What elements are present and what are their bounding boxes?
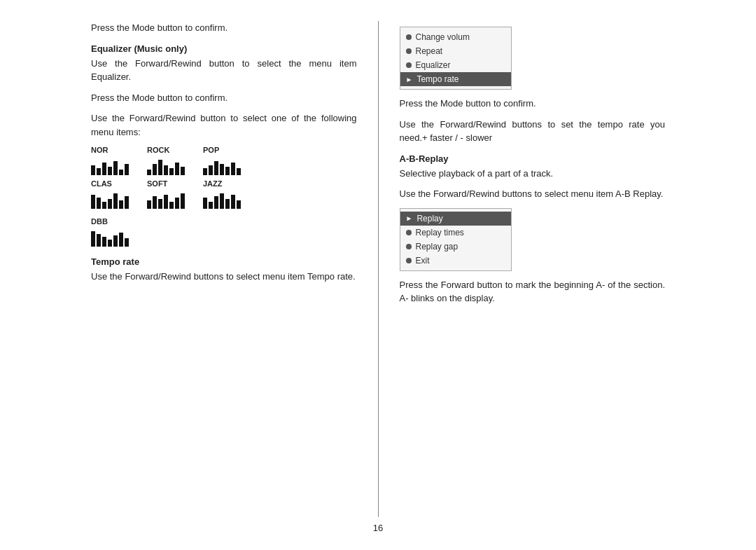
bar [125,196,129,209]
eq-label-jazz: JAZZ [203,179,223,188]
menu-item-tempo-rate: ► Tempo rate [400,72,511,86]
eq-item-soft: SOFT [147,179,196,209]
bar [214,196,218,209]
eq-bars-nor [91,156,129,175]
bar [125,164,129,175]
eq-desc1: Use the Forward/Rewind button to select … [91,57,357,84]
bar [214,161,218,175]
eq-heading: Equalizer (Music only) [91,43,357,54]
ab-replay-desc2: Use the Forward/Rewind buttons to select… [400,187,666,201]
bar [113,161,118,175]
bar [209,165,213,175]
forward-desc: Press the Forward button to mark the beg… [400,278,666,305]
bar [119,233,123,247]
eq-label-nor: NOR [91,146,108,154]
menu-item-label: Replay [416,214,442,224]
bar [91,231,95,247]
bar [91,165,95,175]
bar [175,198,179,209]
eq-item-clas: CLAS [91,179,140,209]
right-column: Change volum Repeat Equalizer ► Tempo ra… [379,21,666,517]
ab-replay-heading: A-B-Replay [400,153,666,164]
eq-item-jazz: JAZZ [203,179,252,209]
menu-item-equalizer: Equalizer [400,58,511,72]
bar [164,165,168,175]
bar [147,170,151,175]
bar [97,168,101,175]
bar [119,170,123,175]
eq-label-rock: ROCK [147,146,169,154]
menu-item-replay: ► Replay [400,212,511,226]
intro-section: Press the Mode button to confirm. [91,21,357,35]
eq-label-soft: SOFT [147,179,167,188]
menu-item-repeat: Repeat [400,44,511,58]
left-column: Press the Mode button to confirm. Equali… [91,21,379,517]
bar [158,160,162,175]
bar [97,234,101,247]
menu-arrow-icon: ► [406,214,413,222]
bar [225,199,230,209]
menu-item-label: Replay times [416,228,464,238]
menu-item-replay-times: Replay times [400,226,511,240]
tempo-confirm-text: Press the Mode button to confirm. [400,97,666,111]
eq-bars-pop [203,156,241,175]
menu-item-label: Equalizer [416,60,451,70]
bar [225,167,230,175]
eq-label-clas: CLAS [91,179,112,188]
ab-replay-desc1: Selective playback of a part of a track. [400,167,666,181]
bar [102,163,106,175]
menu-dot [406,230,412,235]
bar [209,202,213,209]
bar [153,196,157,209]
eq-item-pop: POP [203,146,252,175]
equalizer-section: Equalizer (Music only) Use the Forward/R… [91,43,357,247]
eq-bars-jazz [203,189,241,209]
tempo-section: Tempo rate Use the Forward/Rewind button… [91,256,357,284]
menu-arrow-icon: ► [406,76,413,83]
bar [169,202,174,209]
page-number: 16 [91,517,665,536]
bar [158,199,162,209]
menu-item-change-volum: Change volum [400,30,511,44]
tempo-desc1: Use the Forward/Rewind buttons to select… [91,270,357,284]
menu-item-label: Repeat [416,46,443,56]
bar [181,167,185,175]
bar [237,200,241,209]
bar [91,195,95,209]
eq-desc3: Use the Forward/Rewind button to select … [91,111,357,139]
bar [108,240,112,247]
bar [220,164,224,175]
menu-dot [406,258,412,263]
ab-replay-section: A-B-Replay Selective playback of a part … [400,153,666,305]
eq-item-dbb: DBB [91,217,357,247]
eq-item-rock: ROCK [147,146,196,175]
eq-bars-rock [147,156,185,175]
bar [113,235,118,247]
tempo-heading: Tempo rate [91,256,357,267]
bar [108,199,112,209]
eq-grid: NOR ROCK [91,146,357,209]
eq-bars-clas [91,189,129,209]
bar [231,195,235,209]
menu-item-label: Exit [416,256,430,266]
bar [175,163,179,175]
eq-bars-soft [147,189,185,209]
eq-desc2: Press the Mode button to confirm. [91,91,357,105]
menu-dot [406,244,412,249]
tempo-desc-text: Use the Forward/Rewind buttons to set th… [400,118,666,145]
bar [203,168,207,175]
bar [203,198,207,209]
menu-item-replay-gap: Replay gap [400,240,511,254]
replay-menu-box: ► Replay Replay times Replay gap Exit [400,208,512,271]
bar [113,193,118,209]
menu-dot [406,62,412,68]
bar [119,200,123,209]
menu-item-exit: Exit [400,254,511,268]
intro-text: Press the Mode button to confirm. [91,21,357,35]
menu-dot [406,48,412,54]
eq-bars-dbb [91,227,129,247]
page-wrapper: Press the Mode button to confirm. Equali… [77,0,679,550]
menu-item-label: Tempo rate [416,74,458,84]
eq-item-nor: NOR [91,146,140,175]
bar [147,200,151,209]
